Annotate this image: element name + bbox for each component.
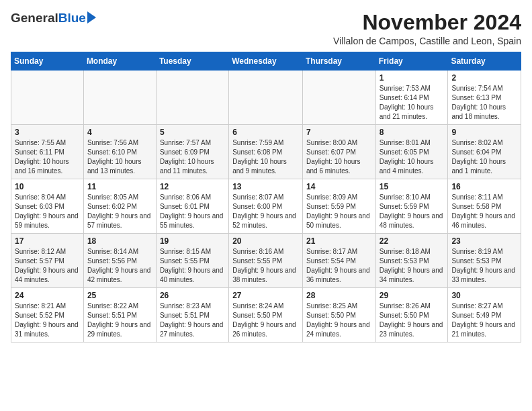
day-info: Sunrise: 8:10 AM Sunset: 5:59 PM Dayligh…	[380, 193, 445, 230]
weekday-header: Sunday	[11, 52, 84, 71]
day-info: Sunrise: 8:12 AM Sunset: 5:57 PM Dayligh…	[15, 247, 80, 285]
calendar-cell: 23Sunrise: 8:19 AM Sunset: 5:53 PM Dayli…	[448, 234, 521, 288]
calendar-cell: 19Sunrise: 8:15 AM Sunset: 5:55 PM Dayli…	[156, 234, 228, 288]
calendar-cell: 18Sunrise: 8:14 AM Sunset: 5:56 PM Dayli…	[83, 234, 156, 288]
day-info: Sunrise: 7:56 AM Sunset: 6:10 PM Dayligh…	[87, 138, 152, 176]
day-number: 18	[87, 236, 152, 246]
day-number: 20	[232, 236, 299, 246]
day-info: Sunrise: 8:27 AM Sunset: 5:49 PM Dayligh…	[451, 302, 517, 339]
calendar-cell: 11Sunrise: 8:05 AM Sunset: 6:02 PM Dayli…	[83, 179, 156, 234]
calendar-header-row: SundayMondayTuesdayWednesdayThursdayFrid…	[11, 52, 521, 71]
day-number: 11	[87, 182, 152, 191]
day-info: Sunrise: 8:26 AM Sunset: 5:50 PM Dayligh…	[380, 302, 445, 339]
calendar-cell: 20Sunrise: 8:16 AM Sunset: 5:55 PM Dayli…	[229, 234, 303, 288]
weekday-header: Thursday	[302, 52, 375, 71]
day-info: Sunrise: 8:14 AM Sunset: 5:56 PM Dayligh…	[87, 247, 152, 285]
calendar-cell: 22Sunrise: 8:18 AM Sunset: 5:53 PM Dayli…	[375, 234, 448, 288]
day-number: 12	[160, 182, 225, 191]
day-number: 7	[306, 128, 372, 137]
day-info: Sunrise: 8:17 AM Sunset: 5:54 PM Dayligh…	[306, 247, 372, 285]
day-number: 24	[15, 291, 80, 300]
day-number: 28	[306, 291, 372, 300]
title-block: November 2024 Villalon de Campos, Castil…	[333, 11, 521, 46]
calendar-cell: 30Sunrise: 8:27 AM Sunset: 5:49 PM Dayli…	[448, 288, 521, 342]
day-number: 25	[87, 291, 152, 300]
day-number: 29	[380, 291, 445, 300]
calendar-cell: 5Sunrise: 7:57 AM Sunset: 6:09 PM Daylig…	[156, 125, 228, 179]
logo-general: General	[11, 11, 58, 26]
day-info: Sunrise: 8:24 AM Sunset: 5:50 PM Dayligh…	[232, 302, 299, 339]
calendar-cell: 26Sunrise: 8:23 AM Sunset: 5:51 PM Dayli…	[156, 288, 228, 342]
calendar-cell: 14Sunrise: 8:09 AM Sunset: 5:59 PM Dayli…	[302, 179, 375, 234]
calendar-cell: 12Sunrise: 8:06 AM Sunset: 6:01 PM Dayli…	[156, 179, 228, 234]
calendar-week-row: 1Sunrise: 7:53 AM Sunset: 6:14 PM Daylig…	[11, 71, 521, 125]
day-number: 17	[15, 236, 80, 246]
day-number: 13	[232, 182, 299, 191]
day-number: 27	[232, 291, 299, 300]
day-info: Sunrise: 8:06 AM Sunset: 6:01 PM Dayligh…	[160, 193, 225, 230]
day-number: 19	[160, 236, 225, 246]
day-info: Sunrise: 8:22 AM Sunset: 5:51 PM Dayligh…	[87, 302, 152, 339]
day-number: 6	[232, 128, 299, 137]
calendar-cell	[302, 71, 375, 125]
calendar-week-row: 10Sunrise: 8:04 AM Sunset: 6:03 PM Dayli…	[11, 179, 521, 234]
day-number: 22	[380, 236, 445, 246]
calendar-cell: 28Sunrise: 8:25 AM Sunset: 5:50 PM Dayli…	[302, 288, 375, 342]
day-number: 2	[451, 73, 517, 83]
day-number: 1	[380, 73, 445, 83]
weekday-header: Saturday	[448, 52, 521, 71]
day-number: 26	[160, 291, 225, 300]
day-info: Sunrise: 8:01 AM Sunset: 6:05 PM Dayligh…	[380, 138, 445, 176]
day-number: 5	[160, 128, 225, 137]
calendar-cell	[11, 71, 84, 125]
calendar-cell: 8Sunrise: 8:01 AM Sunset: 6:05 PM Daylig…	[375, 125, 448, 179]
calendar-cell: 17Sunrise: 8:12 AM Sunset: 5:57 PM Dayli…	[11, 234, 84, 288]
day-info: Sunrise: 8:19 AM Sunset: 5:53 PM Dayligh…	[451, 247, 517, 285]
day-info: Sunrise: 8:18 AM Sunset: 5:53 PM Dayligh…	[380, 247, 445, 285]
day-number: 21	[306, 236, 372, 246]
day-number: 30	[451, 291, 517, 300]
weekday-header: Friday	[375, 52, 448, 71]
calendar-cell: 1Sunrise: 7:53 AM Sunset: 6:14 PM Daylig…	[375, 71, 448, 125]
calendar-cell: 21Sunrise: 8:17 AM Sunset: 5:54 PM Dayli…	[302, 234, 375, 288]
calendar-week-row: 24Sunrise: 8:21 AM Sunset: 5:52 PM Dayli…	[11, 288, 521, 342]
day-info: Sunrise: 8:23 AM Sunset: 5:51 PM Dayligh…	[160, 302, 225, 339]
calendar-cell: 16Sunrise: 8:11 AM Sunset: 5:58 PM Dayli…	[448, 179, 521, 234]
calendar-week-row: 17Sunrise: 8:12 AM Sunset: 5:57 PM Dayli…	[11, 234, 521, 288]
day-number: 10	[15, 182, 80, 191]
weekday-header: Tuesday	[156, 52, 228, 71]
calendar-table: SundayMondayTuesdayWednesdayThursdayFrid…	[11, 52, 521, 342]
day-info: Sunrise: 8:25 AM Sunset: 5:50 PM Dayligh…	[306, 302, 372, 339]
calendar-cell	[156, 71, 228, 125]
calendar-cell: 10Sunrise: 8:04 AM Sunset: 6:03 PM Dayli…	[11, 179, 84, 234]
calendar-cell: 24Sunrise: 8:21 AM Sunset: 5:52 PM Dayli…	[11, 288, 84, 342]
day-number: 16	[451, 182, 517, 191]
day-info: Sunrise: 7:59 AM Sunset: 6:08 PM Dayligh…	[232, 138, 299, 176]
day-info: Sunrise: 8:02 AM Sunset: 6:04 PM Dayligh…	[451, 138, 517, 176]
calendar-cell: 4Sunrise: 7:56 AM Sunset: 6:10 PM Daylig…	[83, 125, 156, 179]
weekday-header: Monday	[83, 52, 156, 71]
calendar-cell: 6Sunrise: 7:59 AM Sunset: 6:08 PM Daylig…	[229, 125, 303, 179]
day-number: 14	[306, 182, 372, 191]
calendar-cell: 3Sunrise: 7:55 AM Sunset: 6:11 PM Daylig…	[11, 125, 84, 179]
calendar-cell: 15Sunrise: 8:10 AM Sunset: 5:59 PM Dayli…	[375, 179, 448, 234]
day-info: Sunrise: 8:07 AM Sunset: 6:00 PM Dayligh…	[232, 193, 299, 230]
day-info: Sunrise: 8:09 AM Sunset: 5:59 PM Dayligh…	[306, 193, 372, 230]
day-info: Sunrise: 8:16 AM Sunset: 5:55 PM Dayligh…	[232, 247, 299, 285]
calendar-cell: 29Sunrise: 8:26 AM Sunset: 5:50 PM Dayli…	[375, 288, 448, 342]
day-info: Sunrise: 7:53 AM Sunset: 6:14 PM Dayligh…	[380, 84, 445, 122]
day-info: Sunrise: 7:54 AM Sunset: 6:13 PM Dayligh…	[451, 84, 517, 122]
day-info: Sunrise: 8:21 AM Sunset: 5:52 PM Dayligh…	[15, 302, 80, 339]
calendar-cell	[229, 71, 303, 125]
location-subtitle: Villalon de Campos, Castille and Leon, S…	[333, 36, 521, 46]
day-number: 8	[380, 128, 445, 137]
calendar-cell	[83, 71, 156, 125]
calendar-cell: 9Sunrise: 8:02 AM Sunset: 6:04 PM Daylig…	[448, 125, 521, 179]
calendar-week-row: 3Sunrise: 7:55 AM Sunset: 6:11 PM Daylig…	[11, 125, 521, 179]
day-info: Sunrise: 7:55 AM Sunset: 6:11 PM Dayligh…	[15, 138, 80, 176]
weekday-header: Wednesday	[229, 52, 303, 71]
logo-arrow-icon	[87, 11, 96, 24]
day-number: 3	[15, 128, 80, 137]
calendar-cell: 2Sunrise: 7:54 AM Sunset: 6:13 PM Daylig…	[448, 71, 521, 125]
logo-blue: Blue	[58, 11, 86, 26]
